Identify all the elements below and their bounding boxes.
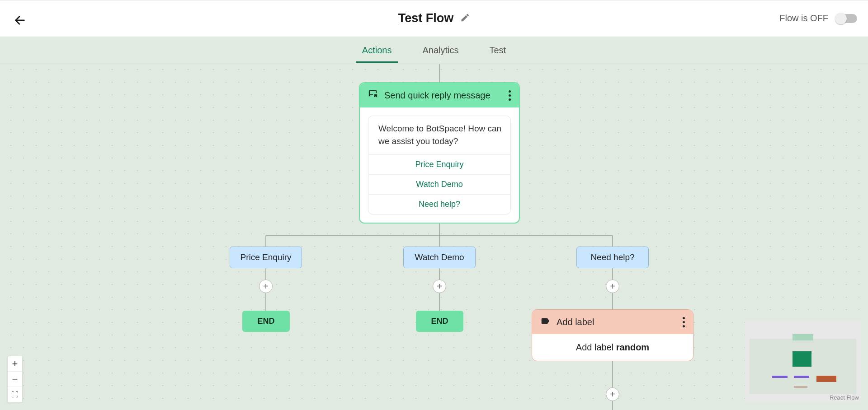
flow-toggle-area: Flow is OFF xyxy=(779,13,857,23)
back-button[interactable] xyxy=(13,13,27,28)
label-body-prefix: Add label xyxy=(576,342,616,352)
minimap-node xyxy=(772,376,788,378)
node-body: Welcome to BotSpace! How can we assist y… xyxy=(360,107,519,223)
add-step-button-2[interactable]: + xyxy=(433,280,446,293)
minimap-node xyxy=(793,351,811,367)
quick-reply-icon xyxy=(368,89,378,101)
add-step-button-3[interactable]: + xyxy=(606,280,619,293)
branch-need-help[interactable]: Need help? xyxy=(576,247,649,268)
end-node-1[interactable]: END xyxy=(242,311,290,332)
tab-bar: Actions Analytics Test xyxy=(0,37,868,64)
message-text: Welcome to BotSpace! How can we assist y… xyxy=(368,116,510,155)
branch-price-enquiry[interactable]: Price Enquiry xyxy=(230,247,302,268)
flow-toggle-switch[interactable] xyxy=(836,14,857,23)
label-body-value: random xyxy=(616,342,649,352)
add-label-node[interactable]: Add label Add label random xyxy=(532,309,693,361)
zoom-controls: + − ⛶ xyxy=(7,356,23,403)
title-area: Test Flow xyxy=(398,11,470,25)
pencil-icon xyxy=(460,13,470,23)
minimap[interactable]: React Flow xyxy=(745,321,861,402)
app-header: Test Flow Flow is OFF xyxy=(0,0,868,37)
fullscreen-button[interactable]: ⛶ xyxy=(8,387,22,402)
zoom-out-button[interactable]: − xyxy=(8,372,22,387)
tab-test[interactable]: Test xyxy=(487,39,508,62)
flow-state-label: Flow is OFF xyxy=(779,13,828,23)
quick-reply-node[interactable]: Send quick reply message Welcome to BotS… xyxy=(359,82,520,224)
node-menu-button[interactable] xyxy=(508,90,511,101)
node-menu-button[interactable] xyxy=(682,317,685,327)
minimap-node xyxy=(816,376,836,382)
minimap-node xyxy=(794,376,809,378)
label-icon xyxy=(540,316,550,328)
edit-title-button[interactable] xyxy=(460,13,470,24)
add-step-button-4[interactable]: + xyxy=(606,387,619,401)
tab-analytics[interactable]: Analytics xyxy=(420,39,460,62)
arrow-left-icon xyxy=(14,14,26,27)
tab-actions[interactable]: Actions xyxy=(360,39,394,62)
minimap-node xyxy=(794,386,807,388)
add-step-button-1[interactable]: + xyxy=(259,280,273,293)
branch-watch-demo[interactable]: Watch Demo xyxy=(403,247,476,268)
reply-option-2[interactable]: Watch Demo xyxy=(368,175,510,195)
node-title: Send quick reply message xyxy=(384,90,502,101)
attribution-label: React Flow xyxy=(830,394,859,401)
node-header: Send quick reply message xyxy=(360,83,519,107)
node-header: Add label xyxy=(532,310,693,334)
flow-title: Test Flow xyxy=(398,11,454,25)
reply-option-1[interactable]: Price Enquiry xyxy=(368,155,510,175)
node-title: Add label xyxy=(557,317,676,327)
minimap-viewport xyxy=(750,339,856,394)
reply-option-3[interactable]: Need help? xyxy=(368,195,510,214)
node-body: Add label random xyxy=(532,334,693,361)
zoom-in-button[interactable]: + xyxy=(8,356,22,372)
flow-canvas[interactable]: Actions Analytics Test Send xyxy=(0,37,868,410)
end-node-2[interactable]: END xyxy=(416,311,463,332)
message-card: Welcome to BotSpace! How can we assist y… xyxy=(368,116,511,214)
minimap-node xyxy=(793,334,813,340)
